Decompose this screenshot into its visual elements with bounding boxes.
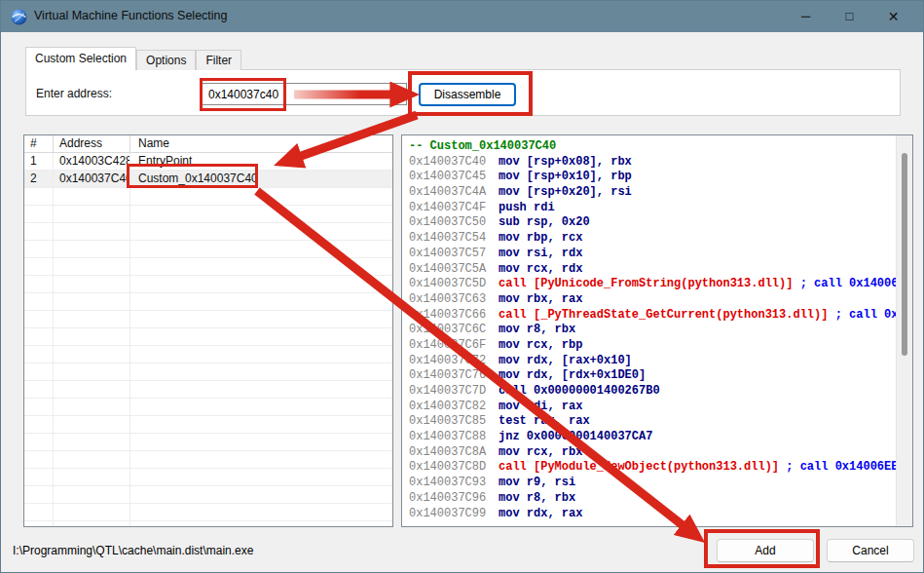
column-header-name[interactable]: Name	[130, 135, 392, 152]
column-header-address[interactable]: Address	[54, 135, 130, 152]
table-row-empty	[24, 311, 392, 328]
disasm-line: 0x140037C4Fpush rdi	[409, 201, 912, 216]
disasm-scrollbar[interactable]	[896, 135, 912, 526]
table-header-row: #AddressName	[24, 135, 392, 153]
disassembly-view[interactable]: -- Custom_0x140037C400x140037C40mov [rsp…	[401, 134, 913, 527]
disasm-line: 0x140037C8Amov rcx, rbx	[409, 445, 912, 461]
column-header-num[interactable]: #	[24, 135, 54, 152]
table-row[interactable]: 10x14003C428EntryPoint	[24, 153, 392, 171]
table-cell	[24, 258, 54, 275]
table-cell: Custom_0x140037C40	[130, 171, 392, 187]
table-cell: 0x14003C428	[54, 153, 130, 170]
table-row-empty	[24, 258, 392, 276]
table-cell	[130, 521, 392, 527]
tab-bar: Custom Selection Options Filter	[25, 47, 241, 70]
table-cell	[54, 434, 130, 450]
table-row-empty	[24, 328, 392, 346]
table-cell: EntryPoint	[130, 153, 392, 170]
table-cell	[54, 399, 130, 415]
table-cell	[130, 363, 392, 380]
title-bar: Virtual Machine Functions Selecting ─ □ …	[1, 1, 923, 32]
tab-filter[interactable]: Filter	[196, 50, 241, 70]
disasm-line: 0x140037C50sub rsp, 0x20	[409, 215, 912, 231]
table-row-empty	[24, 504, 392, 521]
table-cell	[130, 399, 392, 415]
table-cell	[130, 434, 392, 450]
table-row-empty	[24, 363, 392, 381]
functions-table[interactable]: #AddressName 10x14003C428EntryPoint20x14…	[23, 134, 393, 527]
tab-options[interactable]: Options	[136, 50, 196, 70]
table-cell	[24, 346, 54, 363]
table-cell	[54, 469, 130, 485]
tab-custom-selection[interactable]: Custom Selection	[25, 47, 136, 70]
table-cell	[54, 363, 130, 380]
disasm-line: 0x140037C54mov rbp, rcx	[409, 231, 912, 247]
disasm-line: 0x140037C4Amov [rsp+0x20], rsi	[409, 185, 912, 201]
disasm-line: 0x140037C66call [_PyThreadState_GetCurre…	[409, 308, 912, 324]
table-cell	[130, 451, 392, 468]
table-cell	[54, 346, 130, 363]
table-cell	[54, 258, 130, 275]
table-cell	[24, 206, 54, 222]
table-cell	[24, 451, 54, 468]
table-row-empty	[24, 521, 392, 527]
table-row-empty	[24, 206, 392, 223]
table-cell	[54, 451, 130, 468]
disasm-line: 0x140037C88jnz 0x0000000140037CA7	[409, 430, 912, 445]
table-cell	[130, 241, 392, 257]
file-path-label: I:\Programming\QTL\cache\main.dist\main.…	[13, 544, 253, 557]
cancel-button[interactable]: Cancel	[827, 539, 914, 562]
scrollbar-thumb[interactable]	[902, 153, 907, 356]
window-controls: ─ □ ✕	[784, 1, 915, 32]
table-cell	[54, 486, 130, 503]
close-icon[interactable]: ✕	[871, 1, 915, 32]
table-cell	[130, 223, 392, 240]
maximize-icon[interactable]: □	[828, 1, 871, 32]
table-cell	[24, 188, 54, 205]
window-title: Virtual Machine Functions Selecting	[34, 9, 228, 22]
table-cell: 0x140037C40	[54, 171, 130, 187]
address-input[interactable]	[202, 83, 407, 105]
table-cell	[54, 504, 130, 520]
disasm-line: 0x140037C76mov rdx, [rdx+0x1DE0]	[409, 368, 912, 384]
table-cell: 2	[24, 171, 54, 187]
disasm-line: 0x140037C72mov rdx, [rax+0x10]	[409, 354, 912, 369]
table-cell	[130, 276, 392, 292]
disasm-line: 0x140037C82mov rdi, rax	[409, 400, 912, 415]
table-cell: 1	[24, 153, 54, 170]
table-row-empty	[24, 223, 392, 241]
table-cell	[54, 311, 130, 327]
disasm-line: 0x140037C7Dcall 0x00000001400267B0	[409, 384, 912, 400]
table-cell	[24, 223, 54, 240]
table-row-empty	[24, 276, 392, 293]
table-cell	[130, 206, 392, 222]
table-cell	[24, 311, 54, 327]
table-cell	[24, 241, 54, 257]
table-cell	[54, 188, 130, 205]
table-cell	[130, 469, 392, 485]
table-cell	[130, 486, 392, 503]
table-row-empty	[24, 416, 392, 434]
disassemble-button[interactable]: Disassemble	[419, 83, 516, 106]
disasm-line: 0x140037C96mov r8, rbx	[409, 491, 912, 507]
disasm-function-header: -- Custom_0x140037C40	[409, 139, 912, 155]
table-cell	[24, 328, 54, 345]
table-row-empty	[24, 399, 392, 416]
add-button[interactable]: Add	[717, 539, 814, 562]
table-row[interactable]: 20x140037C40Custom_0x140037C40	[24, 171, 392, 188]
disasm-line: 0x140037C40mov [rsp+0x08], rbx	[409, 155, 912, 171]
table-cell	[54, 206, 130, 222]
minimize-icon[interactable]: ─	[784, 1, 828, 32]
table-cell	[130, 188, 392, 205]
table-row-empty	[24, 486, 392, 504]
disasm-line: 0x140037C45mov [rsp+0x10], rbp	[409, 170, 912, 185]
table-cell	[24, 504, 54, 520]
enter-address-label: Enter address:	[36, 70, 112, 117]
table-cell	[24, 416, 54, 433]
table-cell	[24, 486, 54, 503]
disasm-line: 0x140037C93mov r9, rsi	[409, 476, 912, 491]
table-row-empty	[24, 188, 392, 206]
disasm-line: 0x140037C5Amov rcx, rdx	[409, 262, 912, 278]
table-row-empty	[24, 381, 392, 399]
table-cell	[130, 328, 392, 345]
